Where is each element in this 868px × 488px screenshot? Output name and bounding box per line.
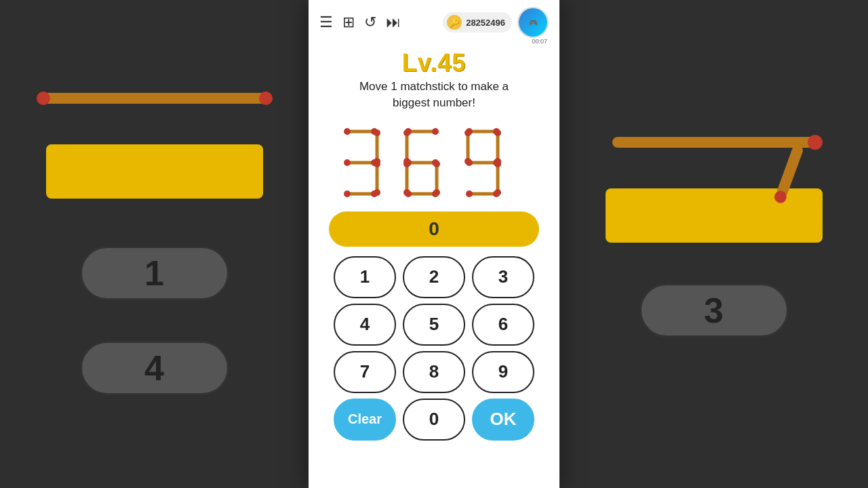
- right-stick-top: [612, 137, 816, 148]
- answer-value: 0: [429, 218, 439, 240]
- svg-point-44: [465, 158, 471, 165]
- svg-point-13: [374, 161, 380, 167]
- left-btn-1: 1: [80, 246, 229, 300]
- skip-icon[interactable]: ⏭: [386, 14, 401, 31]
- coin-badge[interactable]: 🔑 28252496: [443, 12, 512, 33]
- key-2[interactable]: 2: [403, 256, 465, 298]
- refresh-icon[interactable]: ↺: [364, 14, 376, 31]
- main-panel: ☰ ⊞ ↺ ⏭ 🔑 28252496 🎮 00:07 Lv.45 Move 1 …: [309, 0, 559, 488]
- svg-point-7: [344, 190, 351, 197]
- key-4[interactable]: 4: [334, 304, 396, 346]
- avatar-image: 🎮: [519, 8, 547, 37]
- avatar-timer: 00:07: [532, 38, 559, 45]
- left-stick-top: [39, 93, 270, 104]
- svg-point-1: [344, 128, 351, 135]
- key-5[interactable]: 5: [403, 304, 465, 346]
- svg-point-49: [494, 161, 501, 167]
- svg-point-43: [465, 129, 471, 136]
- clear-button[interactable]: Clear: [334, 399, 396, 441]
- svg-point-14: [374, 189, 380, 196]
- answer-box: 0: [329, 211, 539, 247]
- coin-amount: 28252496: [466, 18, 505, 28]
- key-3[interactable]: 3: [472, 256, 534, 298]
- matchstick-svg: [332, 123, 536, 205]
- instruction-text: Move 1 matchstick to make a biggest numb…: [359, 79, 509, 111]
- svg-point-4: [344, 159, 351, 166]
- keypad-row-2: 4 5 6: [334, 304, 534, 346]
- toolbar: ☰ ⊞ ↺ ⏭ 🔑 28252496 🎮: [309, 0, 559, 42]
- left-yellow-bar: [46, 144, 263, 199]
- coin-icon: 🔑: [447, 15, 462, 30]
- svg-point-17: [432, 128, 439, 135]
- keypad-row-4: Clear 0 OK: [334, 399, 534, 441]
- key-0[interactable]: 0: [403, 399, 465, 441]
- grid-icon[interactable]: ⊞: [342, 14, 355, 31]
- svg-point-25: [403, 129, 410, 136]
- ok-button[interactable]: OK: [472, 399, 534, 441]
- number-display: [309, 123, 559, 205]
- left-side-panel: 1 4: [0, 0, 309, 488]
- key-1[interactable]: 1: [334, 256, 396, 298]
- svg-point-46: [494, 129, 501, 136]
- key-8[interactable]: 8: [403, 351, 465, 393]
- key-7[interactable]: 7: [334, 351, 396, 393]
- avatar[interactable]: 🎮: [517, 7, 549, 38]
- svg-point-32: [433, 189, 440, 196]
- svg-point-28: [403, 161, 410, 167]
- svg-point-40: [466, 190, 473, 197]
- right-btn-3: 3: [639, 283, 789, 338]
- keypad: 1 2 3 4 5 6 7 8 9 Clear 0 OK: [309, 256, 559, 441]
- svg-point-31: [433, 161, 440, 167]
- svg-point-50: [494, 189, 501, 196]
- key-9[interactable]: 9: [472, 351, 534, 393]
- keypad-row-3: 7 8 9: [334, 351, 534, 393]
- toolbar-icons: ☰ ⊞ ↺ ⏭: [319, 14, 401, 31]
- menu-icon[interactable]: ☰: [319, 14, 333, 31]
- right-yellow-bar: [606, 188, 823, 243]
- level-title: Lv.45: [402, 49, 466, 77]
- svg-point-29: [403, 189, 410, 196]
- keypad-row-1: 1 2 3: [334, 256, 534, 298]
- left-btn-4: 4: [80, 341, 229, 395]
- key-6[interactable]: 6: [472, 304, 534, 346]
- right-side-panel: 3: [559, 0, 868, 488]
- svg-point-10: [374, 129, 380, 136]
